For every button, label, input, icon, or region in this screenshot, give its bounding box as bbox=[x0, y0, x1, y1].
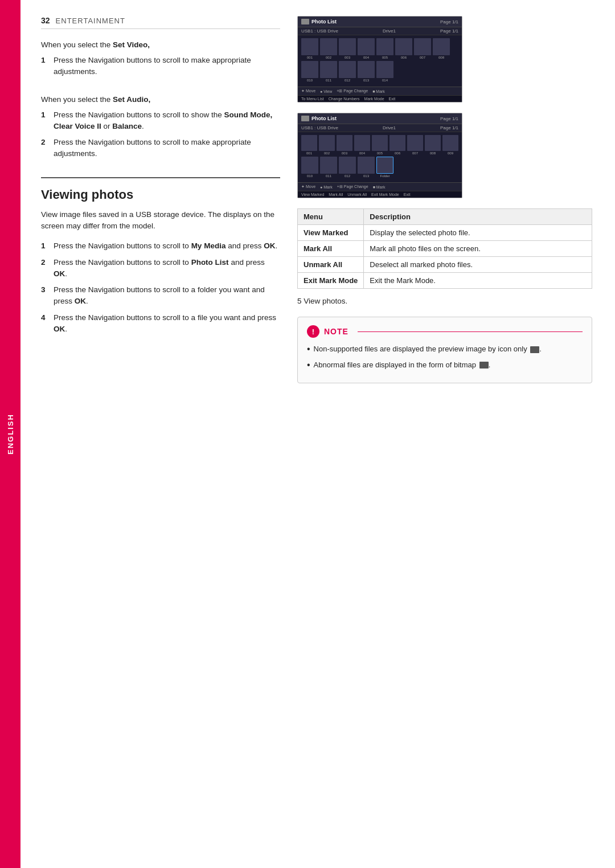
viewing-photos-section: Viewing photos View image files saved in… bbox=[41, 177, 280, 335]
ss1-cell-5: 005 bbox=[376, 38, 393, 59]
ss2-header: Photo List Page 1/1 bbox=[298, 113, 462, 124]
ss2-thumb-6 bbox=[390, 135, 405, 151]
ss2-thumb-12 bbox=[339, 157, 356, 174]
ss2-view-marked: View Marked bbox=[301, 193, 324, 196]
menu-view-marked: View Marked bbox=[298, 225, 364, 241]
set-audio-bold: Set Audio, bbox=[113, 95, 150, 104]
ss2-cell-14: Folder bbox=[376, 157, 393, 178]
desc-unmark-all: Deselect all marked photo files. bbox=[364, 257, 592, 273]
table-header-menu: Menu bbox=[298, 209, 364, 225]
ss1-icon bbox=[301, 19, 309, 24]
note-list: • Non-supported files are displayed the … bbox=[307, 343, 583, 370]
table-row-mark-all: Mark All Mark all photo files on the scr… bbox=[298, 241, 592, 257]
audio-step-text-1: Press the Navigation buttons to scroll t… bbox=[54, 109, 280, 133]
ss2-mark-all: Mark All bbox=[329, 193, 343, 196]
ss2-row1: 001 002 003 004 005 006 007 008 009 bbox=[301, 135, 458, 155]
ss2-thumb-10 bbox=[301, 157, 318, 174]
page-container: ENGLISH 32 ENTERTAINMENT When you select… bbox=[0, 0, 615, 868]
table-row-view-marked: View Marked Display the selected photo f… bbox=[298, 225, 592, 241]
right-column: Photo List Page 1/1 USB1 : USB Drive Dri… bbox=[297, 16, 592, 845]
note-header: ! NOTE bbox=[307, 325, 583, 338]
note-item-2: • Abnormal files are displayed in the fo… bbox=[307, 359, 583, 371]
step-text-1: Press the Navigation buttons to scroll t… bbox=[54, 55, 280, 78]
thumb-4 bbox=[358, 38, 375, 55]
photo-list-label: Photo List bbox=[191, 258, 229, 267]
note-text-2: Abnormal files are displayed in the form… bbox=[314, 359, 491, 371]
ss2-nav-mark2: ■ Mark bbox=[373, 185, 386, 189]
ss1-nav-mark: ■ Mark bbox=[372, 89, 385, 93]
thumb-10 bbox=[320, 61, 337, 78]
menu-mark-all: Mark All bbox=[298, 241, 364, 257]
ss1-title: Photo List bbox=[311, 19, 337, 24]
viewing-photos-title: Viewing photos bbox=[41, 177, 280, 202]
ss2-title: Photo List bbox=[311, 116, 337, 121]
screenshot-2: Photo List Page 1/1 USB1 : USB Drive Dri… bbox=[297, 113, 462, 198]
viewing-photos-steps: 1 Press the Navigation buttons to scroll… bbox=[41, 240, 280, 335]
ss2-cell-10: 010 bbox=[301, 157, 318, 178]
viewing-step-4: 4 Press the Navigation buttons to scroll… bbox=[41, 312, 280, 335]
ss1-cell-9: 010 bbox=[301, 61, 318, 82]
step5-text: 5 View photos. bbox=[297, 297, 347, 305]
ss2-pagenum: Page 1/1 bbox=[440, 125, 458, 130]
ss2-cell-7: 007 bbox=[407, 135, 423, 155]
ss1-cell-8: 008 bbox=[433, 38, 450, 59]
ss2-thumb-11 bbox=[320, 157, 337, 174]
ss2-thumb-13 bbox=[358, 157, 375, 174]
ok-label-1: OK bbox=[264, 241, 275, 250]
desc-mark-all: Mark all photo files on the screen. bbox=[364, 241, 592, 257]
v-step-text-4: Press the Navigation buttons to scroll t… bbox=[54, 312, 280, 335]
note-item-1: • Non-supported files are displayed the … bbox=[307, 343, 583, 355]
ss1-cell-7: 007 bbox=[414, 38, 431, 59]
set-video-intro: When you select the Set Video, bbox=[41, 40, 280, 49]
note-box: ! NOTE • Non-supported files are display… bbox=[297, 317, 592, 383]
ss1-nav-page: +⊞ Page Change bbox=[337, 89, 368, 93]
ss1-page: Page 1/1 bbox=[440, 19, 458, 24]
main-content: 32 ENTERTAINMENT When you select the Set… bbox=[20, 0, 615, 868]
ss1-change-num: Change Numbers bbox=[329, 97, 360, 101]
my-media-label: My Media bbox=[191, 241, 226, 250]
v-step-text-2: Press the Navigation buttons to scroll t… bbox=[54, 257, 280, 280]
ss1-exit: Exit bbox=[389, 97, 396, 101]
desc-view-marked: Display the selected photo file. bbox=[364, 225, 592, 241]
ss2-thumb-14 bbox=[376, 157, 393, 174]
ss2-thumb-1 bbox=[301, 135, 317, 151]
ss1-header: Photo List Page 1/1 bbox=[298, 17, 462, 27]
menu-exit-mark-mode: Exit Mark Mode bbox=[298, 273, 364, 289]
ss2-footer: ✦ Move ● Mark +⊞ Page Change ■ Mark bbox=[298, 182, 462, 191]
icon-placeholder-1 bbox=[530, 346, 539, 353]
viewing-step-3: 3 Press the Navigation buttons to scroll… bbox=[41, 284, 280, 308]
viewing-step-2: 2 Press the Navigation buttons to scroll… bbox=[41, 257, 280, 280]
icon-placeholder-2 bbox=[479, 362, 489, 369]
thumb-12 bbox=[358, 61, 375, 78]
ss2-cell-6: 006 bbox=[390, 135, 405, 155]
note-text-1: Non-supported files are displayed the pr… bbox=[314, 343, 542, 355]
ss2-exit: Exit bbox=[404, 193, 411, 196]
ss1-cell-2: 002 bbox=[320, 38, 337, 59]
ss1-pagenum: Page 1/1 bbox=[440, 28, 458, 34]
ss2-thumb-3 bbox=[337, 135, 352, 151]
left-column: 32 ENTERTAINMENT When you select the Set… bbox=[41, 16, 280, 845]
v-step-num-3: 3 bbox=[41, 284, 49, 296]
ss1-row2: 010 011 012 013 014 bbox=[301, 61, 458, 82]
note-title: NOTE bbox=[324, 327, 348, 336]
ss1-nav-view: ● View bbox=[320, 89, 332, 93]
thumb-8 bbox=[433, 38, 450, 55]
ss2-thumb-9 bbox=[442, 135, 458, 151]
language-tab: ENGLISH bbox=[0, 0, 20, 868]
ss1-title-row: Photo List bbox=[301, 19, 337, 24]
ss1-cell-11: 012 bbox=[339, 61, 356, 82]
ss2-page: Page 1/1 bbox=[440, 116, 458, 121]
ss2-drive: Drive1 bbox=[383, 125, 396, 130]
ss2-bottom: View Marked Mark All Unmark All Exit Mar… bbox=[298, 191, 462, 198]
screenshot-1: Photo List Page 1/1 USB1 : USB Drive Dri… bbox=[297, 16, 462, 103]
ss2-thumb-4 bbox=[354, 135, 370, 151]
ss2-nav-move: ✦ Move bbox=[301, 185, 315, 189]
thumb-13 bbox=[376, 61, 393, 78]
audio-step-num-2: 2 bbox=[41, 137, 49, 148]
ss2-icon bbox=[301, 116, 309, 121]
ss2-unmark-all: Unmark All bbox=[347, 193, 367, 196]
set-video-bold: Set Video, bbox=[113, 40, 150, 49]
menu-description-table: Menu Description View Marked Display the… bbox=[297, 208, 592, 289]
ss2-row2: 010 011 012 013 Folder bbox=[301, 157, 458, 178]
step-num-1: 1 bbox=[41, 55, 49, 66]
